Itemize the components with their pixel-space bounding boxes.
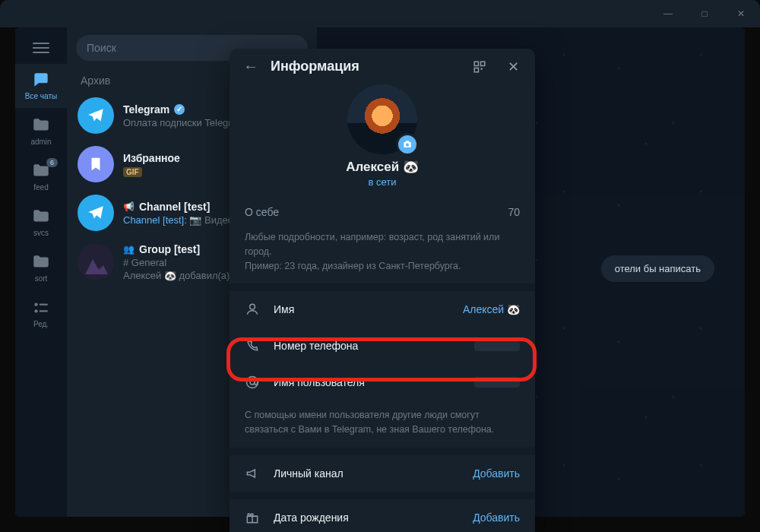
divider [230,448,535,455]
row-label: Имя пользователя [274,376,462,388]
panel-title: Информация [271,59,462,74]
row-label: Имя [274,303,451,315]
row-label: Номер телефона [274,340,462,352]
window-minimize-button[interactable]: — [655,3,681,24]
qr-button[interactable] [473,60,492,74]
svg-rect-1 [40,304,48,306]
megaphone-icon: 📢 [123,201,135,212]
rail-item-label: Все чаты [15,92,67,100]
svg-point-11 [250,380,255,385]
telegram-icon [86,203,106,223]
rail-item-label: feed [15,183,67,192]
gif-badge: GIF [123,167,142,177]
phone-row[interactable]: Номер телефона [230,328,535,364]
username-hint: С помощью имени пользователя другие люди… [230,401,535,448]
username-row[interactable]: Имя пользователя [230,364,535,401]
svg-point-2 [34,309,37,312]
search-placeholder: Поиск [87,42,116,54]
profile-name: Алексей 🐼 [230,159,535,175]
phone-icon [245,338,261,353]
profile-avatar[interactable] [347,84,417,154]
chat-title: Channel [test] [139,201,210,213]
verified-icon: ✓ [174,104,185,115]
rail-item-label: admin [15,138,67,146]
camera-icon [402,139,413,150]
birthday-row[interactable]: Дата рождения Добавить [230,499,535,532]
at-icon [245,375,261,390]
svg-rect-6 [474,68,478,71]
rail-item-feed[interactable]: 6 feed [15,155,67,199]
bookmark-icon [87,156,104,173]
svg-point-0 [34,303,37,306]
row-action: Добавить [473,467,520,480]
chat-title: Group [test] [139,243,200,255]
row-value-hidden [474,377,520,388]
svg-rect-3 [40,310,48,312]
svg-point-9 [250,305,255,310]
window-titlebar: — □ ✕ [0,0,760,27]
profile-status: в сети [230,176,535,188]
rail-item-sort[interactable]: sort [15,246,67,290]
rail-item-label: sort [15,274,67,283]
empty-placeholder: отели бы написать [601,255,714,282]
group-icon: 👥 [123,244,135,255]
rail-item-admin[interactable]: admin [15,109,67,154]
svg-rect-7 [481,68,483,69]
profile-info-panel: ← Информация ✕ Алексей 🐼 в сети О себе 7… [230,49,535,532]
chat-sub-prefix: Channel [test]: [123,214,187,226]
bio-row[interactable]: О себе 70 [230,195,535,223]
row-label: Личный канал [274,467,461,480]
avatar [78,146,114,182]
bio-label: О себе [245,206,279,218]
avatar [78,97,114,134]
edit-icon [31,298,51,318]
change-photo-button[interactable] [396,133,419,156]
telegram-icon [86,106,106,125]
svg-rect-4 [474,62,478,65]
person-icon [245,302,261,317]
avatar [78,244,114,280]
channel-row[interactable]: Личный канал Добавить [230,455,535,492]
qr-icon [473,60,486,74]
rail-item-svcs[interactable]: svcs [15,201,67,245]
rail-badge: 6 [46,158,58,167]
name-row[interactable]: Имя Алексей 🐼 [230,291,535,328]
divider [230,283,535,291]
row-value: Алексей 🐼 [463,303,520,315]
megaphone-icon [245,466,261,481]
row-value-hidden [474,340,520,351]
row-label: Дата рождения [274,511,461,524]
svg-point-8 [406,144,409,147]
folder-icon [31,207,51,226]
bio-hint: Любые подробности, например: возраст, ро… [230,223,535,283]
menu-icon[interactable] [33,47,49,49]
svg-point-10 [247,377,258,388]
rail-item-all-chats[interactable]: Все чаты [15,64,67,108]
folder-icon [31,252,51,272]
divider [230,492,535,499]
gift-icon [245,510,261,525]
chats-icon [31,70,51,90]
avatar [78,195,114,231]
rail-item-label: svcs [15,229,67,237]
window-maximize-button[interactable]: □ [692,3,717,24]
row-action: Добавить [473,511,520,524]
close-button[interactable]: ✕ [503,59,523,75]
rail-item-label: Ред. [15,320,67,328]
back-button[interactable]: ← [242,58,260,75]
bio-count: 70 [508,206,520,218]
folder-rail: Все чаты admin 6 feed svcs sort Ред. [15,27,67,517]
rail-item-edit[interactable]: Ред. [15,292,67,336]
svg-rect-5 [481,62,485,65]
chat-title: Избранное [123,152,180,164]
chat-title: Telegram [123,103,169,116]
window-close-button[interactable]: ✕ [728,3,754,24]
folder-icon [31,116,51,135]
